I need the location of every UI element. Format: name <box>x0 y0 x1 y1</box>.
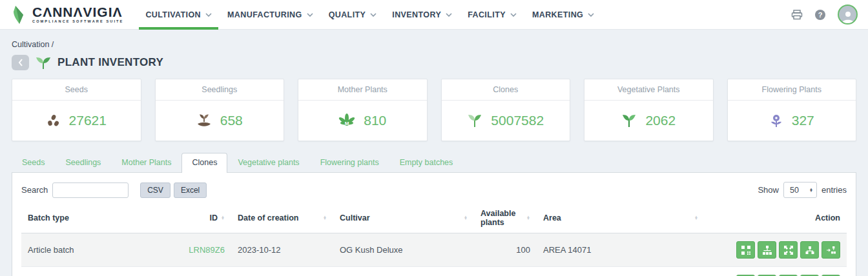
tab-clones[interactable]: Clones <box>181 153 227 173</box>
svg-text:?: ? <box>818 11 823 19</box>
tab-vegetative-plants[interactable]: Vegetative plants <box>227 153 309 172</box>
date-cell: 2023-10-02 <box>231 267 333 276</box>
column-header-area[interactable]: Area <box>537 205 705 233</box>
printer-icon <box>791 10 803 20</box>
stat-card-flowering-plants: Flowering Plants 327 <box>727 79 857 141</box>
stat-card-seeds: Seeds 27621 <box>12 79 141 141</box>
stat-label: Seeds <box>12 79 141 101</box>
sort-icon <box>694 216 698 220</box>
flower-icon <box>769 113 783 128</box>
hierarchy-button[interactable] <box>800 241 819 259</box>
sort-icon <box>464 216 468 220</box>
chevron-down-icon <box>205 13 212 17</box>
nav-item-quality[interactable]: QUALITY <box>321 0 385 30</box>
batch-id-link[interactable]: MVQWQ36 <box>173 267 231 276</box>
move-batch-button[interactable] <box>822 241 840 259</box>
available-plants-cell: 100 <box>474 233 537 267</box>
stat-card-vegetative-plants: Vegetative Plants 2062 <box>584 79 714 141</box>
tab-seeds[interactable]: Seeds <box>12 153 55 172</box>
csv-export-button[interactable]: CSV <box>140 182 170 198</box>
tab-seedlings[interactable]: Seedlings <box>55 153 111 172</box>
split-batch-button[interactable] <box>758 241 776 259</box>
stat-card-mother-plants: Mother Plants M 810 <box>298 79 428 141</box>
excel-export-button[interactable]: Excel <box>174 182 207 198</box>
column-header-batch-type[interactable]: Batch type <box>21 205 173 233</box>
person-icon <box>841 9 855 23</box>
top-navbar: CΛNNΛVIGIΛ COMPLIANCE SOFTWARE SUITE CUL… <box>0 0 868 30</box>
chevron-down-icon <box>510 13 517 17</box>
nav-item-facility[interactable]: FACILITY <box>460 0 524 30</box>
stat-value: 27621 <box>69 113 107 128</box>
brand-logo[interactable]: CΛNNΛVIGIΛ COMPLIANCE SOFTWARE SUITE <box>10 5 123 25</box>
column-header-date-of-creation[interactable]: Date of creation <box>231 205 333 233</box>
batch-id-link[interactable]: LRN89Z6 <box>173 233 231 267</box>
vegetative-plant-icon <box>621 113 637 128</box>
area-cell: AREA 14071 <box>537 233 705 267</box>
main-nav: CULTIVATION MANUFACTURING QUALITY INVENT… <box>138 0 602 30</box>
entries-label: entries <box>822 185 847 195</box>
stat-value: 2062 <box>645 113 676 128</box>
arrow-to-hierarchy-icon <box>827 246 836 255</box>
clones-table-panel: Search CSV Excel Show 50 entries <box>12 172 856 276</box>
plant-sprout-icon <box>36 55 51 70</box>
batch-type-cell: Article batch <box>21 267 173 276</box>
clone-sprout-icon <box>467 113 482 128</box>
page-size-select[interactable]: 50 <box>783 182 817 198</box>
stat-value: 810 <box>364 113 386 128</box>
qr-code-icon <box>741 246 750 255</box>
stat-value: 327 <box>792 113 814 128</box>
stat-label: Clones <box>442 79 570 101</box>
back-button[interactable] <box>12 55 29 70</box>
seedling-hand-icon <box>196 113 212 128</box>
clones-table: Batch type ID Date of creation Cultivar … <box>21 205 847 276</box>
search-label: Search <box>21 185 48 195</box>
stat-value: 658 <box>220 113 243 128</box>
nav-item-cultivation[interactable]: CULTIVATION <box>138 0 220 30</box>
stat-value: 5007582 <box>491 113 544 128</box>
mother-plant-leaf-icon: M <box>338 113 355 128</box>
user-avatar[interactable] <box>838 5 858 25</box>
column-header-cultivar[interactable]: Cultivar <box>333 205 474 233</box>
column-header-available-plants[interactable]: Available plants <box>474 205 537 233</box>
page-size-value: 50 <box>790 186 799 195</box>
stat-label: Mother Plants <box>298 79 427 101</box>
area-cell: Area 1 <box>537 267 705 276</box>
tab-mother-plants[interactable]: Mother Plants <box>111 153 181 172</box>
print-button[interactable] <box>791 10 803 20</box>
sort-icon <box>526 216 530 220</box>
svg-text:M: M <box>345 121 349 126</box>
sort-icon <box>221 216 225 220</box>
inventory-tabs: Seeds Seedlings Mother Plants Clones Veg… <box>12 152 856 172</box>
nav-item-marketing[interactable]: MARKETING <box>524 0 602 30</box>
stat-label: Vegetative Plants <box>584 79 713 101</box>
nav-item-manufacturing[interactable]: MANUFACTURING <box>220 0 321 30</box>
tab-flowering-plants[interactable]: Flowering plants <box>310 153 389 172</box>
chevron-down-icon <box>307 13 313 17</box>
brand-tagline: COMPLIANCE SOFTWARE SUITE <box>32 20 123 24</box>
qr-code-button[interactable] <box>736 241 755 259</box>
stat-label: Seedlings <box>156 79 284 101</box>
expand-arrows-icon <box>784 246 793 255</box>
chevron-down-icon <box>370 13 377 17</box>
nav-item-inventory[interactable]: INVENTORY <box>384 0 460 30</box>
column-header-action: Action <box>705 205 847 233</box>
search-input[interactable] <box>52 182 129 198</box>
tab-empty-batches[interactable]: Empty batches <box>389 153 464 172</box>
column-header-id[interactable]: ID <box>173 205 231 233</box>
brand-name: CΛNNΛVIGIΛ <box>32 5 123 19</box>
chevron-down-icon <box>446 13 452 17</box>
select-spinner-icon <box>809 188 813 192</box>
cultivar-cell: Report Narcotic Strain <box>333 267 474 276</box>
stat-card-seedlings: Seedlings 658 <box>155 79 285 141</box>
chevron-down-icon <box>588 13 594 17</box>
chevron-left-icon <box>18 59 23 66</box>
cultivar-cell: OG Kush Deluxe <box>333 233 474 267</box>
help-button[interactable]: ? <box>814 9 826 21</box>
stat-cards: Seeds 27621 Seedlings 658 <box>12 79 856 141</box>
stat-card-clones: Clones 5007582 <box>441 79 571 141</box>
question-mark-icon: ? <box>814 9 826 21</box>
breadcrumb[interactable]: Cultivation / <box>12 40 856 49</box>
show-label: Show <box>758 185 779 195</box>
stat-label: Flowering Plants <box>728 79 856 101</box>
expand-batch-button[interactable] <box>779 241 798 259</box>
